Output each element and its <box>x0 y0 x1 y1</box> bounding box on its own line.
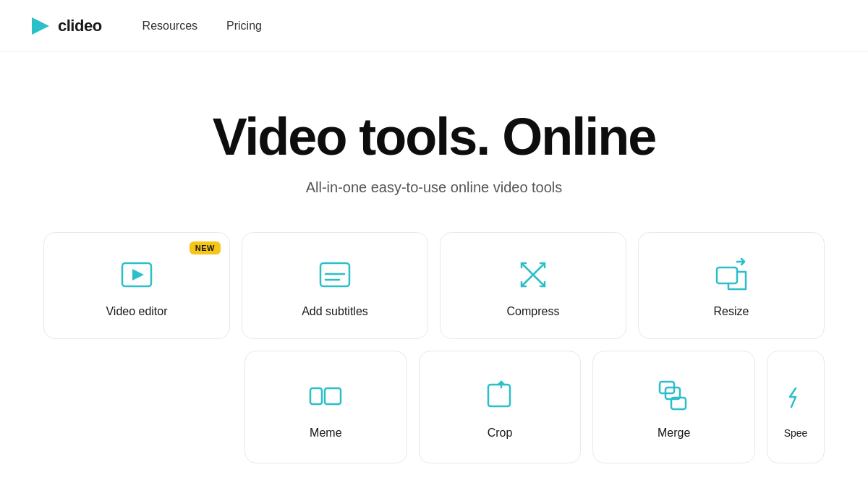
new-badge: NEW <box>190 241 221 254</box>
hero-title: Video tools. Online <box>29 110 839 165</box>
tool-label: Meme <box>310 427 341 440</box>
svg-line-7 <box>533 263 545 275</box>
logo[interactable]: clideo <box>29 14 102 38</box>
add-subtitles-icon <box>316 256 354 294</box>
tool-card-merge[interactable]: Merge <box>592 351 755 463</box>
nav-pricing[interactable]: Pricing <box>215 14 273 38</box>
crop-icon <box>481 377 519 415</box>
merge-icon <box>655 377 693 415</box>
logo-text: clideo <box>58 17 102 35</box>
tool-card-speed[interactable]: Spee <box>767 351 825 463</box>
main-nav: Resources Pricing <box>131 14 273 38</box>
svg-marker-2 <box>132 269 144 281</box>
tool-card-crop[interactable]: Crop <box>419 351 582 463</box>
tool-label: Resize <box>714 305 749 318</box>
tool-label: Video editor <box>106 305 167 318</box>
tool-card-add-subtitles[interactable]: Add subtitles <box>242 232 428 339</box>
svg-rect-13 <box>325 388 341 404</box>
svg-rect-14 <box>488 385 510 406</box>
tool-label: Spee <box>784 427 808 439</box>
hero-subtitle: All-in-one easy-to-use online video tool… <box>29 179 839 196</box>
tools-row-1: NEW Video editor Add subtitles <box>43 232 825 339</box>
nav-resources[interactable]: Resources <box>131 14 209 38</box>
svg-rect-12 <box>310 388 322 404</box>
meme-icon <box>307 377 344 415</box>
tool-label: Merge <box>658 427 690 440</box>
resize-icon <box>712 256 750 294</box>
speed-icon <box>777 378 814 416</box>
hero-section: Video tools. Online All-in-one easy-to-u… <box>0 52 868 232</box>
tool-card-compress[interactable]: Compress <box>440 232 626 339</box>
tool-label: Add subtitles <box>302 305 368 318</box>
tools-row-2: Meme Crop Merge Spee <box>244 351 825 463</box>
video-editor-icon <box>118 256 156 294</box>
tool-card-resize[interactable]: Resize <box>638 232 825 339</box>
tool-card-video-editor[interactable]: NEW Video editor <box>43 232 230 339</box>
compress-icon <box>514 256 552 294</box>
logo-icon <box>29 14 52 38</box>
svg-rect-10 <box>717 267 737 283</box>
svg-line-8 <box>522 275 533 286</box>
tool-label: Compress <box>507 305 560 318</box>
site-header: clideo Resources Pricing <box>0 0 868 52</box>
svg-line-9 <box>533 275 545 286</box>
tools-section: NEW Video editor Add subtitles <box>0 232 868 488</box>
svg-marker-0 <box>32 17 49 35</box>
svg-line-6 <box>522 263 533 275</box>
tool-card-meme[interactable]: Meme <box>244 351 407 463</box>
tool-label: Crop <box>488 427 513 440</box>
